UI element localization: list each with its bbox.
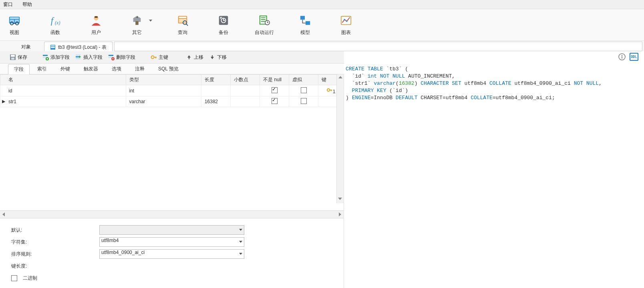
arrow-down-icon	[209, 54, 215, 60]
tab-table-design[interactable]: tb3 @test3 (Local) - 表	[44, 42, 113, 52]
cell-len[interactable]	[201, 85, 230, 96]
move-up-button[interactable]: 上移	[186, 54, 203, 61]
cell-nn[interactable]	[260, 96, 289, 107]
scroll-right-icon[interactable]	[339, 212, 341, 216]
ribbon-toolbar: 视图 f(x) 函数 用户 其它 查询 备份	[0, 9, 644, 41]
col-virtual[interactable]: 虚拟	[289, 75, 318, 85]
model-label: 模型	[300, 29, 310, 36]
fields-grid[interactable]: 名 类型 长度 小数点 不是 null 虚拟 键 id int	[0, 74, 344, 210]
chart-label: 图表	[341, 29, 351, 36]
chevron-down-icon	[239, 253, 242, 255]
chart-button[interactable]: 图表	[336, 14, 356, 36]
table-row[interactable]: ▶ str1 varchar 16382	[0, 96, 344, 107]
svg-text:f: f	[51, 15, 54, 25]
view-button[interactable]: 视图	[4, 14, 25, 36]
delete-field-button[interactable]: 删除字段	[108, 54, 135, 61]
backup-button[interactable]: 备份	[213, 14, 234, 36]
primary-key-label: 主键	[159, 54, 168, 61]
primary-key-button[interactable]: 主键	[151, 54, 168, 61]
col-length[interactable]: 长度	[201, 75, 230, 85]
current-row-marker-icon: ▶	[2, 99, 5, 104]
backup-label: 备份	[219, 29, 228, 36]
tab-objects[interactable]: 对象	[8, 41, 44, 52]
cell-dec[interactable]	[230, 85, 260, 96]
pk-number: 1	[333, 89, 336, 94]
svg-rect-41	[76, 58, 80, 59]
tab-options[interactable]: 选项	[106, 64, 127, 74]
prop-binary-label: 二进制	[23, 275, 37, 282]
save-label: 保存	[18, 54, 27, 61]
cell-name[interactable]: ▶ str1	[0, 96, 126, 107]
checkbox-checked-icon[interactable]	[272, 98, 278, 104]
vertical-scrollbar[interactable]	[336, 74, 344, 203]
tab-fields[interactable]: 字段	[8, 64, 30, 74]
prop-binary-checkbox[interactable]	[11, 275, 17, 281]
checkbox-icon[interactable]	[301, 98, 307, 104]
sql-text: CREATE TABLE `tb3` ( `id` int NOT NULL A…	[344, 62, 644, 102]
cell-virt[interactable]	[289, 85, 318, 96]
autorun-icon	[258, 14, 271, 27]
other-button[interactable]: 其它	[127, 14, 147, 36]
cell-dec[interactable]	[230, 96, 260, 107]
tab-triggers[interactable]: 触发器	[78, 64, 104, 74]
cell-nn[interactable]	[260, 85, 289, 96]
scroll-left-icon[interactable]	[2, 212, 5, 216]
insert-field-icon	[75, 54, 82, 60]
add-field-icon	[42, 54, 49, 60]
svg-point-47	[151, 56, 154, 59]
prop-default-select[interactable]	[99, 225, 244, 235]
other-dropdown-icon[interactable]	[149, 20, 152, 22]
svg-rect-33	[11, 55, 15, 57]
model-icon	[299, 14, 312, 27]
svg-rect-40	[76, 54, 80, 56]
cell-len[interactable]: 16382	[201, 96, 230, 107]
user-button[interactable]: 用户	[86, 14, 107, 36]
svg-rect-42	[76, 56, 79, 58]
tab-comments[interactable]: 注释	[129, 64, 151, 74]
query-button[interactable]: 查询	[172, 14, 193, 36]
cell-name[interactable]: id	[0, 85, 126, 96]
design-tabs: 字段 索引 外键 触发器 选项 注释 SQL 预览	[0, 64, 352, 74]
top-menubar: 窗口 帮助	[0, 0, 644, 9]
function-button[interactable]: f(x) 函数	[45, 14, 66, 36]
save-button[interactable]: 保存	[10, 54, 27, 61]
key-icon	[151, 54, 157, 60]
prop-collate-select[interactable]: utf8mb4_0900_ai_ci	[99, 249, 244, 259]
cell-virt[interactable]	[289, 96, 318, 107]
col-name[interactable]: 名	[0, 75, 126, 85]
svg-rect-25	[306, 21, 310, 24]
col-decimal[interactable]: 小数点	[230, 75, 260, 85]
tab-foreign-keys[interactable]: 外键	[54, 64, 76, 74]
prop-charset-value: utf8mb4	[101, 238, 119, 243]
checkbox-icon[interactable]	[301, 87, 307, 93]
col-type[interactable]: 类型	[126, 75, 201, 85]
col-notnull[interactable]: 不是 null	[260, 75, 289, 85]
table-row[interactable]: id int 1	[0, 85, 344, 96]
tab-sql-preview[interactable]: SQL 预览	[152, 64, 185, 74]
tab-indexes[interactable]: 索引	[31, 64, 53, 74]
cell-name-text: str1	[8, 99, 16, 104]
insert-field-label: 插入字段	[83, 54, 103, 61]
design-toolbar: 保存 添加字段 插入字段 删除字段	[0, 51, 353, 64]
cell-type[interactable]: varchar	[126, 96, 201, 107]
function-icon: f(x)	[49, 14, 62, 27]
address-bar[interactable]	[114, 42, 642, 51]
prop-charset-select[interactable]: utf8mb4	[99, 237, 244, 247]
autorun-button[interactable]: 自动运行	[254, 14, 275, 36]
move-down-button[interactable]: 下移	[209, 54, 227, 61]
info-icon[interactable]	[618, 53, 626, 60]
menu-help[interactable]: 帮助	[22, 1, 32, 8]
svg-text:(x): (x)	[55, 20, 60, 26]
menu-window[interactable]: 窗口	[3, 1, 13, 8]
prop-keylen-label: 键长度:	[11, 263, 95, 270]
cell-type[interactable]: int	[126, 85, 201, 96]
move-up-label: 上移	[194, 54, 203, 61]
checkbox-checked-icon[interactable]	[272, 87, 278, 93]
svg-rect-34	[11, 58, 14, 60]
svg-point-54	[622, 55, 622, 56]
ddl-toggle-icon[interactable]: DDL	[630, 53, 638, 61]
horizontal-scrollbar[interactable]	[0, 210, 344, 218]
model-button[interactable]: 模型	[295, 14, 316, 36]
add-field-button[interactable]: 添加字段	[42, 54, 70, 61]
insert-field-button[interactable]: 插入字段	[75, 54, 103, 61]
